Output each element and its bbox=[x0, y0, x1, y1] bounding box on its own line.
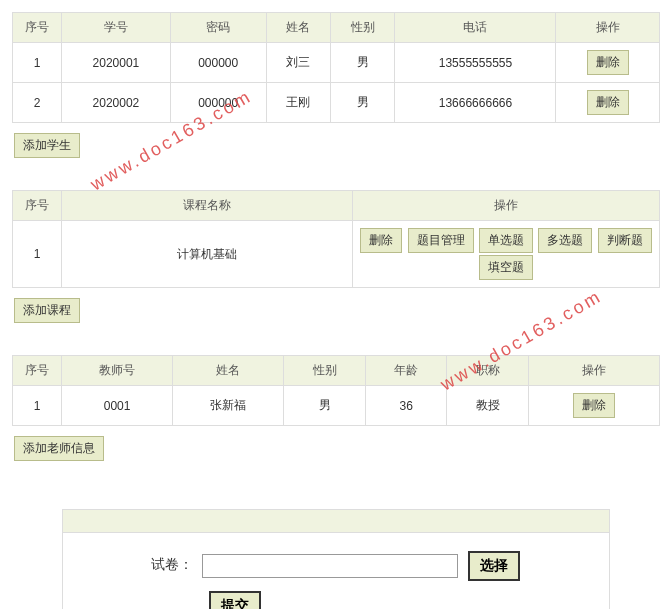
add-teacher-button[interactable]: 添加老师信息 bbox=[14, 436, 104, 461]
cell-seq: 2 bbox=[13, 83, 62, 123]
add-student-button[interactable]: 添加学生 bbox=[14, 133, 80, 158]
th-gender: 性别 bbox=[284, 356, 366, 386]
cell-title: 教授 bbox=[447, 386, 529, 426]
th-pwd: 密码 bbox=[170, 13, 266, 43]
th-name: 姓名 bbox=[173, 356, 284, 386]
th-seq: 序号 bbox=[13, 356, 62, 386]
table-row: 2 2020002 000000 王刚 男 13666666666 删除 bbox=[13, 83, 660, 123]
exam-label: 试卷： bbox=[103, 556, 193, 574]
delete-button[interactable]: 删除 bbox=[587, 90, 629, 115]
th-gender: 性别 bbox=[331, 13, 395, 43]
th-title: 职称 bbox=[447, 356, 529, 386]
courses-table: 序号 课程名称 操作 1 计算机基础 删除 题目管理 单选题 多选题 判断题 填… bbox=[12, 190, 660, 288]
cell-pwd: 000000 bbox=[170, 83, 266, 123]
teachers-section: 序号 教师号 姓名 性别 年龄 职称 操作 1 0001 张新福 男 36 教授… bbox=[12, 355, 660, 479]
judge-button[interactable]: 判断题 bbox=[598, 228, 652, 253]
cell-name: 张新福 bbox=[173, 386, 284, 426]
question-manage-button[interactable]: 题目管理 bbox=[408, 228, 474, 253]
cell-gender: 男 bbox=[284, 386, 366, 426]
th-tid: 教师号 bbox=[62, 356, 173, 386]
cell-gender: 男 bbox=[331, 83, 395, 123]
multi-choice-button[interactable]: 多选题 bbox=[538, 228, 592, 253]
th-name: 课程名称 bbox=[62, 191, 353, 221]
exam-input[interactable] bbox=[202, 554, 458, 578]
form-header bbox=[63, 510, 609, 533]
th-op: 操作 bbox=[528, 356, 659, 386]
th-id: 学号 bbox=[62, 13, 171, 43]
delete-button[interactable]: 删除 bbox=[360, 228, 402, 253]
delete-button[interactable]: 删除 bbox=[573, 393, 615, 418]
cell-tid: 0001 bbox=[62, 386, 173, 426]
th-name: 姓名 bbox=[266, 13, 330, 43]
cell-seq: 1 bbox=[13, 43, 62, 83]
delete-button[interactable]: 删除 bbox=[587, 50, 629, 75]
cell-id: 2020001 bbox=[62, 43, 171, 83]
select-button[interactable]: 选择 bbox=[468, 551, 520, 581]
submit-button[interactable]: 提交 bbox=[209, 591, 261, 609]
cell-pwd: 000000 bbox=[170, 43, 266, 83]
courses-section: 序号 课程名称 操作 1 计算机基础 删除 题目管理 单选题 多选题 判断题 填… bbox=[12, 190, 660, 341]
cell-gender: 男 bbox=[331, 43, 395, 83]
th-seq: 序号 bbox=[13, 13, 62, 43]
th-seq: 序号 bbox=[13, 191, 62, 221]
cell-age: 36 bbox=[365, 386, 447, 426]
cell-phone: 13555555555 bbox=[395, 43, 556, 83]
cell-phone: 13666666666 bbox=[395, 83, 556, 123]
students-table: 序号 学号 密码 姓名 性别 电话 操作 1 2020001 000000 刘三… bbox=[12, 12, 660, 123]
cell-name: 刘三 bbox=[266, 43, 330, 83]
table-row: 1 0001 张新福 男 36 教授 删除 bbox=[13, 386, 660, 426]
fill-button[interactable]: 填空题 bbox=[479, 255, 533, 280]
table-row: 1 2020001 000000 刘三 男 13555555555 删除 bbox=[13, 43, 660, 83]
cell-id: 2020002 bbox=[62, 83, 171, 123]
cell-seq: 1 bbox=[13, 386, 62, 426]
cell-name: 计算机基础 bbox=[62, 221, 353, 288]
th-age: 年龄 bbox=[365, 356, 447, 386]
teachers-table: 序号 教师号 姓名 性别 年龄 职称 操作 1 0001 张新福 男 36 教授… bbox=[12, 355, 660, 426]
add-course-button[interactable]: 添加课程 bbox=[14, 298, 80, 323]
th-op: 操作 bbox=[353, 191, 660, 221]
cell-seq: 1 bbox=[13, 221, 62, 288]
students-section: 序号 学号 密码 姓名 性别 电话 操作 1 2020001 000000 刘三… bbox=[12, 12, 660, 176]
table-row: 1 计算机基础 删除 题目管理 单选题 多选题 判断题 填空题 bbox=[13, 221, 660, 288]
th-phone: 电话 bbox=[395, 13, 556, 43]
exam-select-form: 试卷： 选择 提交 bbox=[62, 509, 610, 609]
single-choice-button[interactable]: 单选题 bbox=[479, 228, 533, 253]
th-op: 操作 bbox=[556, 13, 660, 43]
cell-name: 王刚 bbox=[266, 83, 330, 123]
